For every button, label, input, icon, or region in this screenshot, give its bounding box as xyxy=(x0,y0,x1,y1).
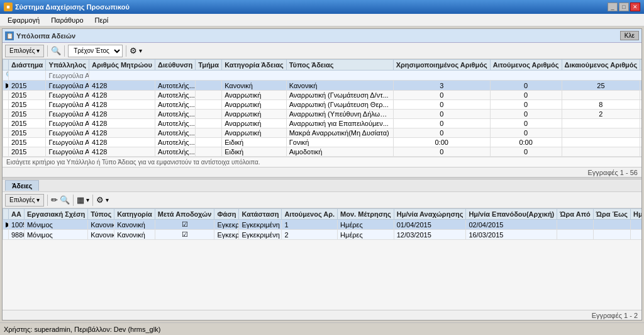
upper-table-row[interactable]: 2015 Γεωργούλα Αικατερίνη 4128 Αυτοτελής… xyxy=(3,147,642,157)
cell-employee: Γεωργούλα Αικατερίνη xyxy=(46,100,89,110)
cell-type: Αναρρωτική για Επαπειλούμεν... xyxy=(286,119,393,128)
col-used[interactable]: Χρησιμοποιημένος Αριθμός xyxy=(393,60,490,71)
lower-col-requested[interactable]: Αιτούμενος Αρ. xyxy=(282,209,338,220)
cell-entitled: 25 xyxy=(562,81,640,91)
search-marker: 🔍 xyxy=(3,71,9,81)
search-icon[interactable]: 🔍 xyxy=(51,46,61,55)
col-dept[interactable]: Τμήμα xyxy=(196,60,222,71)
lower-col-aa[interactable]: ΑΑ xyxy=(9,209,25,220)
lower-table-row[interactable]: 98866 Μόνιμος Κανονική Κανονική ☑ Εγκεκρ… xyxy=(3,230,642,240)
lower-col-phase[interactable]: Φάση xyxy=(214,209,239,220)
cell-prev xyxy=(640,100,641,110)
cell-requested: 0 xyxy=(490,81,562,91)
upper-table-row[interactable]: ▶ 2015 Γεωργούλα Αικατερίνη 4128 Αυτοτελ… xyxy=(3,81,642,91)
lower-cell-requested: 2 xyxy=(282,230,338,240)
col-type[interactable]: Τύπος Άδειας xyxy=(286,60,393,71)
menu-application[interactable]: Εφαρμογή xyxy=(3,15,45,25)
upper-header-row: Διάστημα Υπάλληλος Αριθμός Μητρώου Διεύθ… xyxy=(3,60,642,71)
lower-settings-icon[interactable]: ⚙ xyxy=(96,195,104,205)
lower-dropdown-icon[interactable]: ▾ xyxy=(86,196,89,203)
lower-cell-departure: 01/04/2015 xyxy=(394,220,466,230)
cell-type: Γονική xyxy=(286,138,393,147)
upper-table-row[interactable]: 2015 Γεωργούλα Αικατερίνη 4128 Αυτοτελής… xyxy=(3,138,642,147)
col-entitled[interactable]: Δικαιούμενος Αριθμός xyxy=(562,60,640,71)
lower-col-type[interactable]: Τύπος xyxy=(88,209,114,220)
lower-cell-aa: 98866 xyxy=(9,230,25,240)
col-employee[interactable]: Υπάλληλος xyxy=(46,60,89,71)
cell-employee: Γεωργούλα Αικατερίνη xyxy=(46,128,89,138)
col-prev-year[interactable]: Υπόλοιπο Προηγούμενου Έτους xyxy=(640,60,641,71)
minimize-button[interactable]: _ xyxy=(608,3,618,11)
lower-status-bar: Εγγραφές 1 - 2 xyxy=(3,310,641,320)
upper-table-row[interactable]: 2015 Γεωργούλα Αικατερίνη 4128 Αυτοτελής… xyxy=(3,91,642,100)
col-dir[interactable]: Διεύθυνση xyxy=(155,60,195,71)
upper-toolbar: Επιλογές ▾ 🔍 Τρέχον Έτος ⚙ ▾ xyxy=(3,43,641,59)
edit-icon[interactable]: ✏ xyxy=(51,195,58,205)
cell-num: 4128 xyxy=(89,147,155,157)
cell-used: 0 xyxy=(393,100,490,110)
lower-col-break[interactable]: Ημ/νία Διακοπής xyxy=(631,209,641,220)
cell-year: 2015 xyxy=(9,110,46,119)
upper-table-row[interactable]: 2015 Γεωργούλα Αικατερίνη 4128 Αυτοτελής… xyxy=(3,119,642,128)
cell-prev xyxy=(640,128,641,138)
search-year[interactable] xyxy=(9,71,46,81)
menu-window[interactable]: Παράθυρο xyxy=(46,15,88,25)
search-employee[interactable]: Γεωργούλα Αικατερίνη xyxy=(46,71,89,81)
cell-requested: 0 xyxy=(490,119,562,128)
settings-icon[interactable]: ⚙ xyxy=(130,46,137,55)
lower-col-workrel[interactable]: Εργασιακή Σχέση xyxy=(24,209,87,220)
upper-record-count: Εγγραφές 1 - 56 xyxy=(588,169,638,176)
year-dropdown[interactable]: Τρέχον Έτος xyxy=(68,45,123,57)
row-marker xyxy=(3,91,9,100)
options-button[interactable]: Επιλογές ▾ xyxy=(5,45,44,57)
lower-cell-time-to xyxy=(593,220,630,230)
tab-leaves[interactable]: Άδειες xyxy=(5,180,39,191)
lower-settings-arrow[interactable]: ▾ xyxy=(106,196,109,203)
lower-cell-workrel: Μόνιμος xyxy=(24,230,87,240)
cell-dir: Αυτοτελής... xyxy=(155,81,195,91)
close-button[interactable]: ✕ xyxy=(630,3,640,11)
lower-col-return[interactable]: Ημ/νία Επανόδου(Αρχική) xyxy=(466,209,557,220)
lower-options-button[interactable]: Επιλογές ▾ xyxy=(5,194,44,207)
row-marker xyxy=(3,128,9,138)
lower-table-container: ΑΑ Εργασιακή Σχέση Τύπος Κατηγορία Μετά … xyxy=(3,208,641,310)
lower-col-category[interactable]: Κατηγορία xyxy=(114,209,155,220)
upper-table-row[interactable]: 2015 Γεωργούλα Αικατερίνη 4128 Αυτοτελής… xyxy=(3,128,642,138)
close-panel-button[interactable]: Κλε xyxy=(620,31,639,40)
cell-entitled xyxy=(562,91,640,100)
cell-employee: Γεωργούλα Αικατερίνη xyxy=(46,147,89,157)
lower-table-row[interactable]: ▶ 100516 Μόνιμος Κανονική Κανονική ☑ Εγκ… xyxy=(3,220,642,230)
grid-icon[interactable]: ▦ xyxy=(77,195,84,205)
lower-col-unit[interactable]: Μον. Μέτρησης xyxy=(338,209,394,220)
col-requested[interactable]: Αιτούμενος Αριθμός xyxy=(490,60,562,71)
row-marker xyxy=(3,100,9,110)
lower-row-marker: ▶ xyxy=(3,220,9,230)
lower-separator-2 xyxy=(73,195,74,206)
lower-col-time-to[interactable]: Ώρα Έως xyxy=(593,209,630,220)
menu-about[interactable]: Περί xyxy=(90,15,114,25)
col-category[interactable]: Κατηγορία Άδειας xyxy=(222,60,287,71)
cell-num: 4128 xyxy=(89,119,155,128)
search-icon-small: 🔍 xyxy=(6,71,9,79)
cell-dept xyxy=(196,147,222,157)
cell-requested: 0 xyxy=(490,100,562,110)
toolbar-separator-3 xyxy=(126,45,126,57)
lower-col-departure[interactable]: Ημ/νία Αναχώρησης xyxy=(394,209,466,220)
lower-toolbar: Επιλογές ▾ ✏ 🔍 ▦ ▾ ⚙ ▾ xyxy=(3,192,641,208)
dropdown-arrow-icon[interactable]: ▾ xyxy=(139,47,142,54)
lower-col-meta[interactable]: Μετά Αποδοχών xyxy=(155,209,214,220)
col-year[interactable]: Διάστημα xyxy=(9,60,46,71)
lower-col-status[interactable]: Κατάσταση xyxy=(239,209,282,220)
col-num[interactable]: Αριθμός Μητρώου xyxy=(89,60,155,71)
maximize-button[interactable]: □ xyxy=(619,3,629,11)
upper-table-row[interactable]: 2015 Γεωργούλα Αικατερίνη 4128 Αυτοτελής… xyxy=(3,110,642,119)
lower-search-icon[interactable]: 🔍 xyxy=(60,195,70,205)
cell-used: 0 xyxy=(393,128,490,138)
upper-table-row[interactable]: 2015 Γεωργούλα Αικατερίνη 4128 Αυτοτελής… xyxy=(3,100,642,110)
cell-type: Αναρρωτική (Γνωμάτευση Δ/ντ... xyxy=(286,91,393,100)
lower-col-time-from[interactable]: Ώρα Από xyxy=(557,209,594,220)
cell-type: Αιμοδοτική xyxy=(286,147,393,157)
leave-icon: 📋 xyxy=(5,31,14,40)
sub-title-bar: 📋 Υπόλοιπα Αδειών Κλε xyxy=(3,29,641,43)
cell-num: 4128 xyxy=(89,100,155,110)
